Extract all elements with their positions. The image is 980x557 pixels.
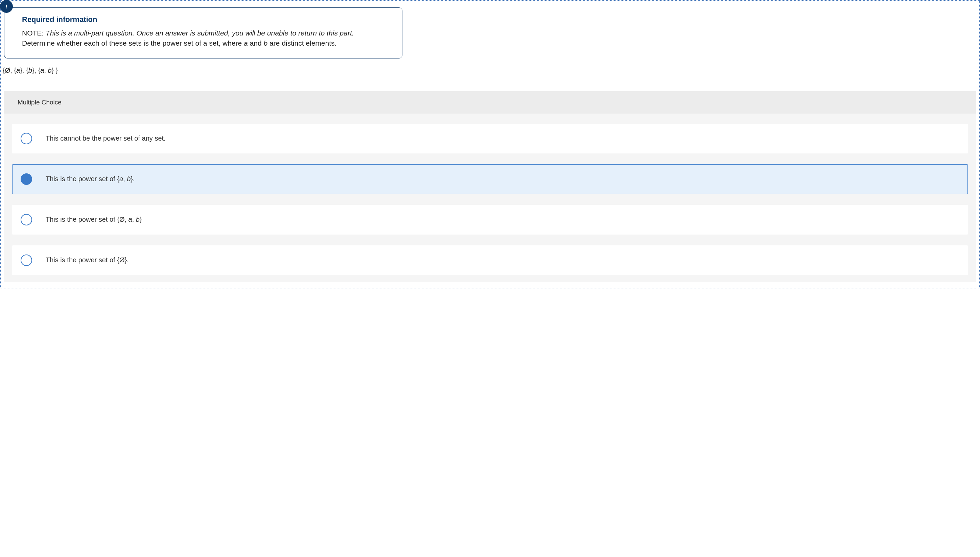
option-2[interactable]: This is the power set of {a, b}. <box>12 164 968 194</box>
radio-2[interactable] <box>21 173 32 185</box>
option-2-text: This is the power set of {a, b}. <box>46 175 135 183</box>
option-4-text: This is the power set of {Ø}. <box>46 256 129 264</box>
instruction-pre: Determine whether each of these sets is … <box>22 39 244 47</box>
opt2-mid: , <box>123 175 127 182</box>
set-a2: a <box>40 67 44 74</box>
opt3-v1: a <box>129 216 132 223</box>
set-close: } } <box>52 67 58 74</box>
opt3-v2: b <box>136 216 140 223</box>
option-3[interactable]: This is the power set of {Ø, a, b} <box>12 205 968 235</box>
set-a: a <box>16 67 20 74</box>
opt1-prefix: This cannot be the power set of any set. <box>46 135 166 142</box>
mc-header: Multiple Choice <box>4 91 976 114</box>
note-prefix: NOTE: <box>22 29 46 37</box>
var-b: b <box>263 39 267 47</box>
opt2-v1: a <box>119 175 123 182</box>
radio-1[interactable] <box>21 133 32 144</box>
option-4[interactable]: This is the power set of {Ø}. <box>12 245 968 275</box>
required-badge <box>0 0 13 13</box>
set-comma: , <box>44 67 48 74</box>
set-mid2: }, { <box>32 67 40 74</box>
info-note: NOTE: This is a multi-part question. Onc… <box>22 28 385 38</box>
required-info-box: Required information NOTE: This is a mul… <box>4 7 403 59</box>
set-b: b <box>28 67 32 74</box>
opt2-close: }. <box>130 175 135 182</box>
opt2-v2: b <box>127 175 130 182</box>
var-a: a <box>244 39 248 47</box>
option-1[interactable]: This cannot be the power set of any set. <box>12 124 968 153</box>
opt3-close: } <box>140 216 142 223</box>
opt3-prefix: This is the power set of {Ø, <box>46 216 129 223</box>
radio-3[interactable] <box>21 214 32 225</box>
svg-point-2 <box>6 7 7 8</box>
question-container: Required information NOTE: This is a mul… <box>0 0 980 289</box>
instruction-post: are distinct elements. <box>267 39 336 47</box>
opt2-prefix: This is the power set of { <box>46 175 119 182</box>
exclamation-icon <box>3 3 10 10</box>
option-3-text: This is the power set of {Ø, a, b} <box>46 216 142 223</box>
note-body: This is a multi-part question. Once an a… <box>46 29 354 37</box>
svg-rect-1 <box>6 5 7 7</box>
opt4-prefix: This is the power set of {Ø}. <box>46 256 129 264</box>
question-set-expression: {Ø, {a}, {b}, {a, b} } <box>1 65 979 91</box>
multiple-choice-block: Multiple Choice This cannot be the power… <box>4 91 976 282</box>
option-1-text: This cannot be the power set of any set. <box>46 135 166 142</box>
info-title: Required information <box>22 15 385 24</box>
instruction-mid: and <box>248 39 264 47</box>
radio-4[interactable] <box>21 254 32 266</box>
options-list: This cannot be the power set of any set.… <box>4 114 976 282</box>
info-instruction: Determine whether each of these sets is … <box>22 38 385 48</box>
set-mid1: }, { <box>20 67 28 74</box>
opt3-mid: , <box>132 216 136 223</box>
set-open: {Ø, { <box>3 67 16 74</box>
set-b2: b <box>48 67 52 74</box>
